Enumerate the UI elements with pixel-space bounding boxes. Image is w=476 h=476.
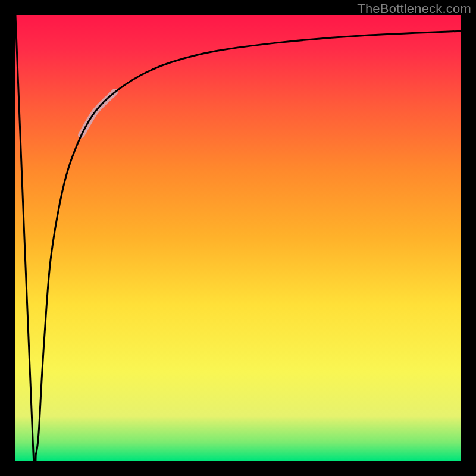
plot-area xyxy=(15,15,461,461)
watermark-text: TheBottleneck.com xyxy=(357,1,471,17)
highlight-segment xyxy=(82,92,115,135)
bottleneck-curve xyxy=(15,15,461,461)
chart-frame: TheBottleneck.com xyxy=(0,0,476,476)
curve-layer xyxy=(15,15,461,461)
